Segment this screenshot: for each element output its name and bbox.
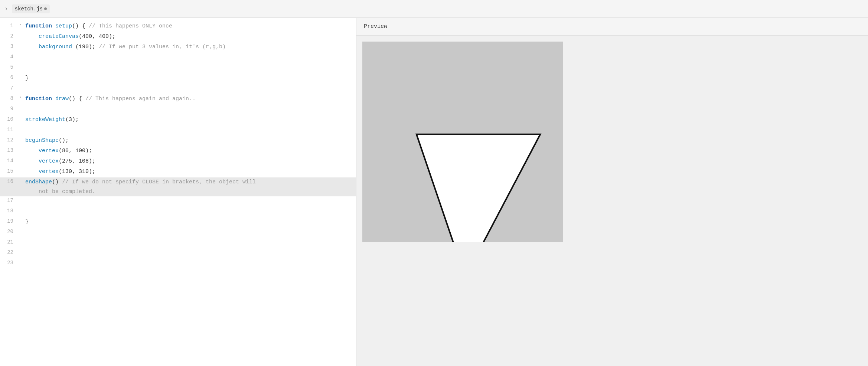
line-number: 5: [0, 63, 19, 72]
code-line: 5: [0, 63, 356, 73]
line-number: 23: [0, 259, 19, 268]
canvas-box: [362, 42, 563, 242]
code-line: 14 vertex(275, 108);: [0, 157, 356, 167]
tab-modified-dot: [44, 7, 47, 10]
line-number: 10: [0, 115, 19, 124]
code-content: function draw() { // This happens again …: [25, 94, 356, 104]
code-line: 23: [0, 259, 356, 269]
sidebar-toggle-icon[interactable]: ›: [4, 6, 8, 12]
line-number: 20: [0, 228, 19, 236]
code-line: 11: [0, 125, 356, 136]
line-number: 21: [0, 238, 19, 247]
preview-header: Preview: [356, 18, 868, 36]
line-number: 15: [0, 167, 19, 176]
preview-canvas-area: [356, 36, 868, 366]
code-content: createCanvas(400, 400);: [25, 32, 356, 42]
fold-arrow[interactable]: ▾: [19, 22, 25, 28]
code-content: }: [25, 73, 356, 83]
code-line: 8▾function draw() { // This happens agai…: [0, 94, 356, 105]
code-line: 12beginShape();: [0, 136, 356, 146]
file-tab[interactable]: sketch.js: [12, 4, 50, 13]
line-number: 2: [0, 32, 19, 41]
code-content: function setup() { // This happens ONLY …: [25, 22, 356, 31]
code-line: 10strokeWeight(3);: [0, 115, 356, 125]
preview-pane: Preview: [356, 18, 868, 366]
code-content: beginShape();: [25, 136, 356, 146]
line-number: 12: [0, 136, 19, 145]
line-number: 17: [0, 196, 19, 205]
line-number: 7: [0, 84, 19, 93]
canvas-svg: [362, 42, 563, 242]
code-line: 4: [0, 53, 356, 63]
code-content: vertex(130, 310);: [25, 167, 356, 177]
line-number: 11: [0, 125, 19, 134]
top-bar: › sketch.js: [0, 0, 868, 18]
line-number: 18: [0, 207, 19, 216]
code-content: }: [25, 217, 356, 227]
line-number: 14: [0, 157, 19, 166]
line-number: 6: [0, 73, 19, 82]
line-number: 1: [0, 22, 19, 30]
editor-pane[interactable]: 1▾function setup() { // This happens ONL…: [0, 18, 356, 366]
code-content: vertex(275, 108);: [25, 157, 356, 166]
code-content: endShape() // If we do not specify CLOSE…: [25, 177, 356, 196]
preview-label: Preview: [364, 23, 387, 30]
code-line: 21: [0, 238, 356, 248]
code-line: 19}: [0, 217, 356, 228]
code-container: 1▾function setup() { // This happens ONL…: [0, 18, 356, 273]
line-number: 3: [0, 42, 19, 51]
code-line: 20: [0, 228, 356, 238]
code-line: 15 vertex(130, 310);: [0, 167, 356, 177]
tab-filename: sketch.js: [15, 6, 43, 12]
fold-arrow[interactable]: ▾: [19, 94, 25, 101]
line-number: 8: [0, 94, 19, 103]
code-line: 1▾function setup() { // This happens ONL…: [0, 22, 356, 32]
code-content: background (190); // If we put 3 values …: [25, 42, 356, 52]
code-content: strokeWeight(3);: [25, 115, 356, 125]
code-line: 6}: [0, 73, 356, 84]
code-line: 16endShape() // If we do not specify CLO…: [0, 177, 356, 196]
code-line: 18: [0, 207, 356, 217]
code-line: 22: [0, 248, 356, 259]
line-number: 4: [0, 53, 19, 62]
line-number: 13: [0, 146, 19, 155]
code-line: 7: [0, 84, 356, 94]
line-number: 22: [0, 248, 19, 257]
main-area: 1▾function setup() { // This happens ONL…: [0, 18, 868, 366]
line-number: 16: [0, 177, 19, 186]
line-number: 19: [0, 217, 19, 226]
code-line: 2 createCanvas(400, 400);: [0, 32, 356, 42]
code-content: vertex(80, 100);: [25, 146, 356, 156]
code-line: 9: [0, 105, 356, 115]
code-line: 17: [0, 196, 356, 207]
line-number: 9: [0, 105, 19, 114]
code-line: 13 vertex(80, 100);: [0, 146, 356, 157]
code-line: 3 background (190); // If we put 3 value…: [0, 42, 356, 53]
triangle-shape: [417, 134, 540, 242]
